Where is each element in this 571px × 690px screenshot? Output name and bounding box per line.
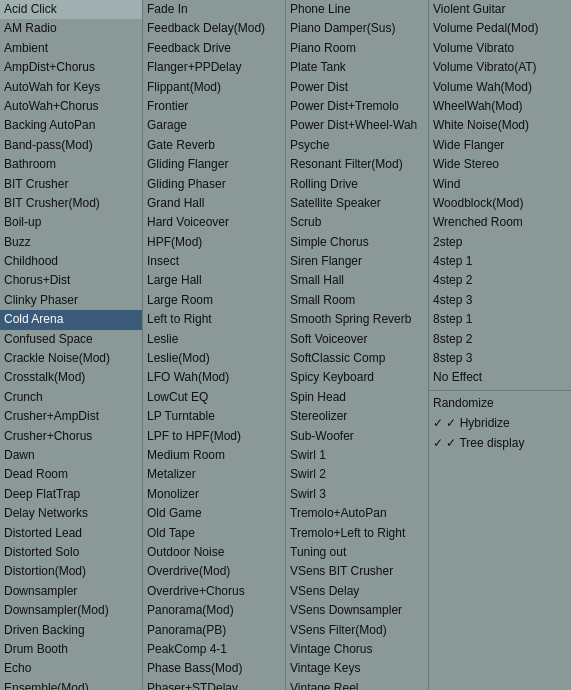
list-item[interactable]: AmpDist+Chorus — [0, 58, 142, 77]
list-item[interactable]: Violent Guitar — [429, 0, 571, 19]
list-item[interactable]: Medium Room — [143, 446, 285, 465]
list-item[interactable]: Monolizer — [143, 485, 285, 504]
list-item[interactable]: SoftClassic Comp — [286, 349, 428, 368]
list-item[interactable]: Psyche — [286, 136, 428, 155]
list-item[interactable]: Volume Vibrato — [429, 39, 571, 58]
list-item[interactable]: Frontier — [143, 97, 285, 116]
list-item[interactable]: Downsampler — [0, 582, 142, 601]
list-item[interactable]: Drum Booth — [0, 640, 142, 659]
list-item[interactable]: Delay Networks — [0, 504, 142, 523]
list-item[interactable]: Distorted Solo — [0, 543, 142, 562]
list-item[interactable]: Downsampler(Mod) — [0, 601, 142, 620]
list-item[interactable]: Buzz — [0, 233, 142, 252]
list-item[interactable]: HPF(Mod) — [143, 233, 285, 252]
list-item[interactable]: Vintage Keys — [286, 659, 428, 678]
list-item[interactable]: Chorus+Dist — [0, 271, 142, 290]
list-item[interactable]: Smooth Spring Reverb — [286, 310, 428, 329]
list-item[interactable]: Gate Reverb — [143, 136, 285, 155]
list-item[interactable]: Confused Space — [0, 330, 142, 349]
list-item[interactable]: Grand Hall — [143, 194, 285, 213]
list-item[interactable]: Panorama(PB) — [143, 621, 285, 640]
menu-item[interactable]: ✓ Hybridize — [429, 413, 571, 433]
list-item[interactable]: Power Dist+Tremolo — [286, 97, 428, 116]
list-item[interactable]: Phase Bass(Mod) — [143, 659, 285, 678]
list-item[interactable]: VSens Delay — [286, 582, 428, 601]
list-item[interactable]: Cold Arena — [0, 310, 142, 329]
list-item[interactable]: Tremolo+Left to Right — [286, 524, 428, 543]
list-item[interactable]: White Noise(Mod) — [429, 116, 571, 135]
list-item[interactable]: Old Game — [143, 504, 285, 523]
list-item[interactable]: Gliding Phaser — [143, 175, 285, 194]
list-item[interactable]: Old Tape — [143, 524, 285, 543]
list-item[interactable]: 8step 2 — [429, 330, 571, 349]
list-item[interactable]: Distortion(Mod) — [0, 562, 142, 581]
list-item[interactable]: AutoWah for Keys — [0, 78, 142, 97]
list-item[interactable]: Simple Chorus — [286, 233, 428, 252]
list-item[interactable]: Spicy Keyboard — [286, 368, 428, 387]
list-item[interactable]: Dead Room — [0, 465, 142, 484]
list-item[interactable]: 8step 3 — [429, 349, 571, 368]
list-item[interactable]: Childhood — [0, 252, 142, 271]
list-item[interactable]: Deep FlatTrap — [0, 485, 142, 504]
list-item[interactable]: Large Hall — [143, 271, 285, 290]
list-item[interactable]: Leslie — [143, 330, 285, 349]
list-item[interactable]: Power Dist+Wheel-Wah — [286, 116, 428, 135]
list-item[interactable]: Boil-up — [0, 213, 142, 232]
list-item[interactable]: Flanger+PPDelay — [143, 58, 285, 77]
list-item[interactable]: Overdrive+Chorus — [143, 582, 285, 601]
list-item[interactable]: BIT Crusher — [0, 175, 142, 194]
list-item[interactable]: Acid Click — [0, 0, 142, 19]
list-item[interactable]: Vintage Chorus — [286, 640, 428, 659]
list-item[interactable]: Overdrive(Mod) — [143, 562, 285, 581]
list-item[interactable]: Sub-Woofer — [286, 427, 428, 446]
list-item[interactable]: Woodblock(Mod) — [429, 194, 571, 213]
list-item[interactable]: 4step 1 — [429, 252, 571, 271]
list-item[interactable]: Plate Tank — [286, 58, 428, 77]
list-item[interactable]: Left to Right — [143, 310, 285, 329]
list-item[interactable]: VSens Filter(Mod) — [286, 621, 428, 640]
list-item[interactable]: Swirl 1 — [286, 446, 428, 465]
list-item[interactable]: Small Hall — [286, 271, 428, 290]
list-item[interactable]: Crackle Noise(Mod) — [0, 349, 142, 368]
list-item[interactable]: Spin Head — [286, 388, 428, 407]
list-item[interactable]: Swirl 3 — [286, 485, 428, 504]
list-item[interactable]: Rolling Drive — [286, 175, 428, 194]
menu-item[interactable]: Randomize — [429, 393, 571, 413]
list-item[interactable]: Tuning out — [286, 543, 428, 562]
list-item[interactable]: Small Room — [286, 291, 428, 310]
list-item[interactable]: Piano Room — [286, 39, 428, 58]
list-item[interactable]: 2step — [429, 233, 571, 252]
list-item[interactable]: Clinky Phaser — [0, 291, 142, 310]
list-item[interactable]: Wide Stereo — [429, 155, 571, 174]
list-item[interactable]: 4step 3 — [429, 291, 571, 310]
list-item[interactable]: LFO Wah(Mod) — [143, 368, 285, 387]
list-item[interactable]: Flippant(Mod) — [143, 78, 285, 97]
list-item[interactable]: LPF to HPF(Mod) — [143, 427, 285, 446]
list-item[interactable]: LP Turntable — [143, 407, 285, 426]
list-item[interactable]: No Effect — [429, 368, 571, 387]
list-item[interactable]: Feedback Drive — [143, 39, 285, 58]
list-item[interactable]: WheelWah(Mod) — [429, 97, 571, 116]
list-item[interactable]: Ambient — [0, 39, 142, 58]
list-item[interactable]: Garage — [143, 116, 285, 135]
list-item[interactable]: Ensemble(Mod) — [0, 679, 142, 690]
list-item[interactable]: Phaser+STDelay — [143, 679, 285, 690]
list-item[interactable]: 4step 2 — [429, 271, 571, 290]
list-item[interactable]: VSens Downsampler — [286, 601, 428, 620]
menu-item[interactable]: ✓ Tree display — [429, 433, 571, 453]
list-item[interactable]: Siren Flanger — [286, 252, 428, 271]
list-item[interactable]: Phone Line — [286, 0, 428, 19]
list-item[interactable]: 8step 1 — [429, 310, 571, 329]
list-item[interactable]: BIT Crusher(Mod) — [0, 194, 142, 213]
list-item[interactable]: Wrenched Room — [429, 213, 571, 232]
list-item[interactable]: Power Dist — [286, 78, 428, 97]
list-item[interactable]: Crusher+AmpDist — [0, 407, 142, 426]
list-item[interactable]: Volume Wah(Mod) — [429, 78, 571, 97]
list-item[interactable]: Distorted Lead — [0, 524, 142, 543]
list-item[interactable]: Feedback Delay(Mod) — [143, 19, 285, 38]
list-item[interactable]: Gliding Flanger — [143, 155, 285, 174]
list-item[interactable]: Outdoor Noise — [143, 543, 285, 562]
list-item[interactable]: Crosstalk(Mod) — [0, 368, 142, 387]
list-item[interactable]: Tremolo+AutoPan — [286, 504, 428, 523]
list-item[interactable]: Metalizer — [143, 465, 285, 484]
